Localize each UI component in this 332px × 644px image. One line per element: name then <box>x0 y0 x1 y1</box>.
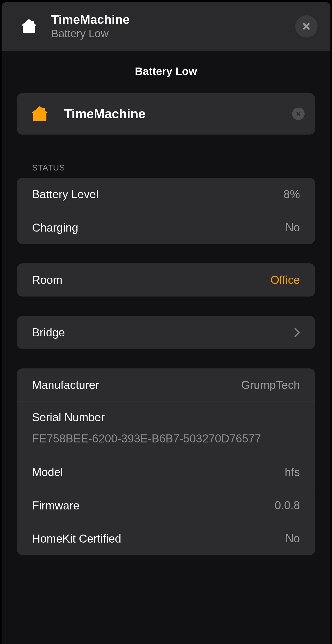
homekit-label: HomeKit Certified <box>32 531 285 546</box>
device-name-label: TimeMachine <box>64 106 278 121</box>
room-label: Room <box>32 273 270 287</box>
model-value: hfs <box>285 466 300 479</box>
header-text: TimeMachine Battery Low <box>51 12 282 40</box>
serial-label: Serial Number <box>32 411 300 424</box>
close-icon <box>301 21 311 31</box>
serial-row: Serial Number FE758BEE-6200-393E-B6B7-50… <box>17 402 315 456</box>
model-row: Model hfs <box>17 456 315 489</box>
model-label: Model <box>32 465 285 479</box>
bridge-group: Bridge <box>17 316 315 349</box>
battery-level-value: 8% <box>283 188 300 201</box>
page-title: Battery Low <box>2 51 330 93</box>
status-group: Battery Level 8% Charging No <box>17 178 315 244</box>
charging-value: No <box>285 221 300 234</box>
chevron-right-icon <box>294 328 300 337</box>
bridge-label: Bridge <box>32 325 289 339</box>
room-value: Office <box>270 273 300 286</box>
room-row[interactable]: Room Office <box>17 263 315 297</box>
sheet-header: TimeMachine Battery Low <box>2 2 330 51</box>
settings-sheet: TimeMachine Battery Low Battery Low <box>2 2 330 644</box>
charging-label: Charging <box>32 220 285 235</box>
header-title: TimeMachine <box>51 12 282 27</box>
info-group: Manufacturer GrumpTech Serial Number FE7… <box>17 368 315 555</box>
homekit-row: HomeKit Certified No <box>17 522 315 555</box>
firmware-value: 0.0.8 <box>275 499 300 512</box>
sheet-content: Battery Low TimeMachine <box>2 51 330 644</box>
home-icon <box>20 17 38 36</box>
charging-row: Charging No <box>17 211 315 244</box>
bridge-row[interactable]: Bridge <box>17 316 315 349</box>
close-icon <box>296 111 301 117</box>
status-header: STATUS <box>17 163 315 178</box>
device-name-row[interactable]: TimeMachine <box>17 93 315 135</box>
serial-value: FE758BEE-6200-393E-B6B7-503270D76577 <box>32 431 300 446</box>
device-name-group: TimeMachine <box>17 93 315 135</box>
battery-level-label: Battery Level <box>32 187 283 201</box>
firmware-label: Firmware <box>32 498 275 513</box>
battery-level-row: Battery Level 8% <box>17 178 315 211</box>
manufacturer-row: Manufacturer GrumpTech <box>17 368 315 402</box>
home-icon <box>30 104 50 124</box>
room-group: Room Office <box>17 263 315 297</box>
header-subtitle: Battery Low <box>51 27 282 40</box>
manufacturer-value: GrumpTech <box>241 379 300 391</box>
homekit-value: No <box>285 532 300 545</box>
manufacturer-label: Manufacturer <box>32 378 241 392</box>
firmware-row: Firmware 0.0.8 <box>17 489 315 522</box>
close-button[interactable] <box>295 15 318 38</box>
clear-name-button[interactable] <box>292 108 305 120</box>
